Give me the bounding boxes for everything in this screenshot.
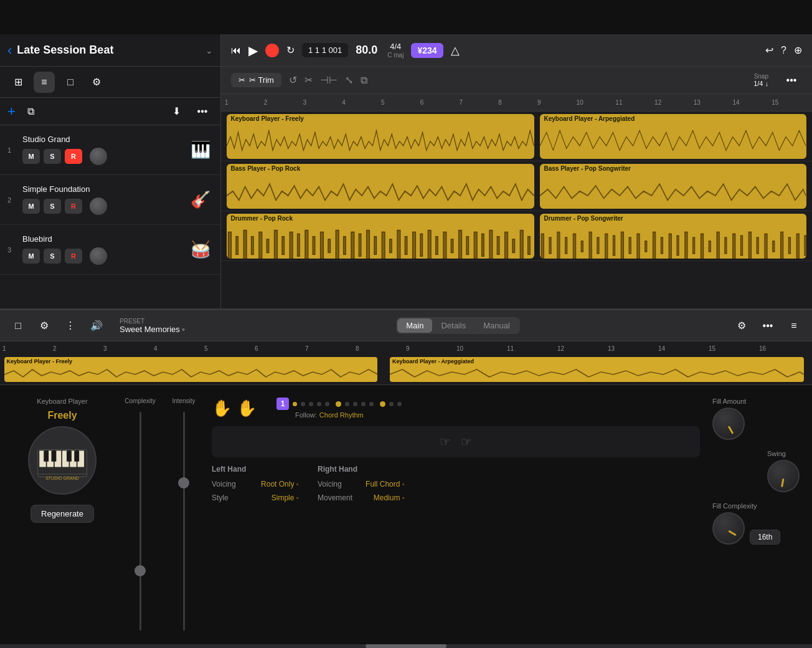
eq-button[interactable]: ⚙ — [731, 315, 752, 336]
duplicate-button[interactable]: ⧉ — [21, 101, 42, 122]
svg-rect-13 — [328, 239, 331, 253]
pattern-dot-8[interactable] — [353, 402, 357, 406]
rewind-button[interactable]: ⏮ — [231, 45, 241, 56]
record-transport-button[interactable] — [265, 44, 279, 57]
pattern-dot-4[interactable] — [317, 402, 321, 406]
bottom-region-arpeggiated[interactable]: Keyboard Player - Arpeggiated — [390, 357, 804, 382]
pattern-dot-3[interactable] — [309, 402, 313, 406]
bottom-settings-button[interactable]: ⚙ — [34, 315, 55, 336]
add-track-button[interactable]: + — [7, 103, 16, 120]
volume-knob-3[interactable] — [90, 247, 107, 265]
rect-view-button[interactable]: □ — [60, 72, 81, 93]
svg-rect-6 — [275, 231, 278, 259]
bottom-more-button[interactable]: ⋮ — [60, 315, 81, 336]
tab-manual[interactable]: Manual — [474, 318, 519, 333]
preset-name[interactable]: Sweet Memories ◦ — [120, 325, 185, 334]
solo-button-2[interactable]: S — [44, 199, 61, 214]
right-voicing-value[interactable]: Full Chord ◦ — [366, 480, 405, 488]
pattern-dot-12[interactable] — [389, 402, 394, 406]
sixteenth-button[interactable]: 16th — [750, 530, 780, 545]
bottom-more-options[interactable]: ••• — [757, 315, 778, 336]
fill-amount-knob[interactable] — [712, 407, 745, 440]
region-label-drummer-pop-songwriter: Drummer - Pop Songwriter — [540, 214, 806, 223]
region-bass-pop-rock[interactable]: Bass Player - Pop Rock — [227, 164, 534, 209]
scrollbar-thumb[interactable] — [366, 644, 446, 648]
volume-knob-1[interactable] — [90, 148, 107, 165]
tempo-display[interactable]: 80.0 — [356, 44, 377, 57]
regenerate-button[interactable]: Regenerate — [31, 505, 94, 523]
bottom-waveform-freely — [4, 366, 378, 382]
metronome-button[interactable]: △ — [451, 44, 460, 57]
track-name-3: Bluebird — [22, 234, 186, 244]
loop-region-button[interactable]: ↺ — [289, 74, 297, 86]
back-button[interactable]: ‹ — [7, 42, 12, 59]
pattern-number[interactable]: 1 — [276, 398, 289, 410]
pattern-dot-10[interactable] — [369, 402, 374, 406]
swing-knob[interactable] — [767, 460, 800, 492]
left-hand-icon: ✋ — [212, 399, 232, 418]
settings-button[interactable]: ⚙ — [86, 72, 107, 93]
region-keyboard-arpeggiated[interactable]: Keyboard Player - Arpeggiated — [540, 114, 806, 159]
record-button-2[interactable]: R — [65, 199, 82, 214]
share-button[interactable]: ⊕ — [794, 44, 802, 56]
play-button[interactable]: ▶ — [248, 43, 258, 58]
grid-view-button[interactable]: ⊞ — [7, 72, 29, 93]
instrument-type-label: Keyboard Player — [37, 398, 87, 405]
fill-complexity-knob[interactable] — [712, 512, 745, 545]
complexity-slider-thumb[interactable] — [135, 565, 146, 576]
help-button[interactable]: ? — [781, 45, 786, 56]
tab-main[interactable]: Main — [397, 318, 432, 333]
intensity-slider-track[interactable] — [183, 412, 185, 631]
region-keyboard-freely[interactable]: Keyboard Player - Freely — [227, 114, 534, 159]
bottom-volume-button[interactable]: 🔊 — [86, 315, 107, 336]
follow-value[interactable]: Chord Rhythm — [319, 411, 364, 419]
solo-button-1[interactable]: S — [44, 149, 61, 164]
scrollbar-track — [0, 644, 812, 648]
region-drummer-pop-songwriter[interactable]: Drummer - Pop Songwriter — [540, 214, 806, 259]
resize-button[interactable]: ⤡ — [345, 74, 353, 86]
pattern-dot-13[interactable] — [397, 402, 402, 406]
tab-details[interactable]: Details — [432, 318, 474, 333]
pattern-dot-active-2[interactable] — [380, 401, 385, 407]
mute-button-2[interactable]: M — [22, 199, 40, 214]
pattern-dot-5[interactable] — [325, 402, 329, 406]
trim-button[interactable]: ✂ ✂ Trim — [231, 73, 281, 87]
svg-rect-21 — [390, 239, 392, 253]
svg-rect-60 — [701, 234, 704, 259]
bottom-list-button[interactable]: ≡ — [783, 315, 805, 336]
bottom-region-freely[interactable]: Keyboard Player - Freely — [4, 357, 378, 382]
pattern-dot-9[interactable] — [361, 402, 366, 406]
loop-button[interactable]: ↻ — [286, 44, 295, 56]
pattern-dot-active[interactable] — [336, 401, 341, 407]
snap-value[interactable]: 1/4 ↓ — [753, 80, 768, 87]
bottom-view-button[interactable]: □ — [7, 315, 29, 336]
pattern-dot-1[interactable] — [293, 402, 297, 406]
scissors-button[interactable]: ✂ — [304, 74, 313, 86]
volume-knob-2[interactable] — [90, 198, 107, 215]
right-movement-value[interactable]: Medium ◦ — [374, 493, 405, 502]
more-edit-options[interactable]: ••• — [781, 70, 802, 91]
record-button-3[interactable]: R — [65, 249, 82, 264]
solo-button-3[interactable]: S — [44, 249, 61, 264]
complexity-slider-track[interactable] — [139, 412, 141, 631]
mute-button-3[interactable]: M — [22, 249, 40, 264]
region-bass-pop-songwriter[interactable]: Bass Player - Pop Songwriter — [540, 164, 806, 209]
record-button-1[interactable]: R — [65, 149, 82, 164]
project-dropdown-icon[interactable]: ⌄ — [205, 45, 213, 55]
pattern-dot-2[interactable] — [301, 402, 305, 406]
intensity-slider-thumb[interactable] — [178, 477, 189, 488]
mute-button-1[interactable]: M — [22, 149, 40, 164]
list-view-button[interactable]: ≡ — [34, 72, 55, 93]
copy-button[interactable]: ⧉ — [361, 75, 367, 86]
left-style-value[interactable]: Simple ◦ — [271, 493, 299, 502]
tracks-area: ⏮ ▶ ↻ 1 1 1 001 80.0 4/4 C maj ¥234 △ ↩ … — [221, 34, 812, 308]
undo-button[interactable]: ↩ — [765, 44, 773, 56]
more-options-button[interactable]: ••• — [192, 101, 213, 122]
region-drummer-pop-rock[interactable]: Drummer - Pop Rock — [227, 214, 534, 259]
download-button[interactable]: ⬇ — [166, 101, 187, 122]
pattern-dot-7[interactable] — [345, 402, 349, 406]
join-button[interactable]: ⊣⊢ — [320, 74, 338, 86]
left-voicing-value[interactable]: Root Only ◦ — [261, 480, 299, 488]
count-in-button[interactable]: ¥234 — [411, 43, 443, 58]
track-lane-1: Keyboard Player - Freely Keyboard Player… — [221, 112, 812, 161]
